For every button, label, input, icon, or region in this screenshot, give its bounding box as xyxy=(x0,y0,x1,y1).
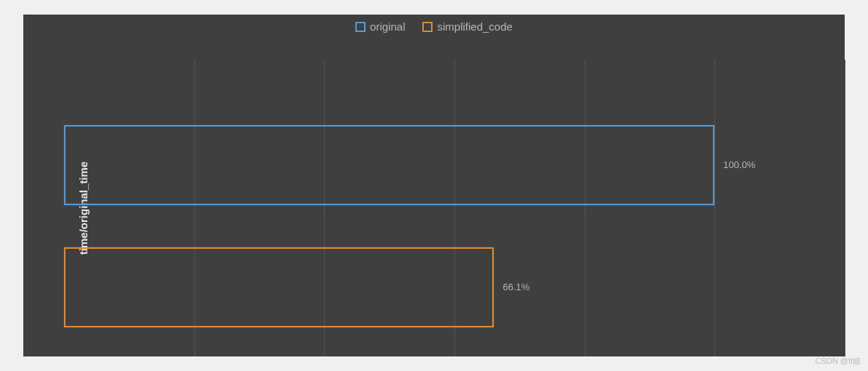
watermark: CSDN @tt姐 xyxy=(815,356,861,367)
legend-label-simplified: simplified_code xyxy=(437,20,512,33)
chart-container: original simplified_code time/original_t… xyxy=(23,15,845,356)
legend-label-original: original xyxy=(370,20,405,33)
data-label-simplified: 66.1% xyxy=(502,282,529,292)
bar-original xyxy=(64,125,714,205)
legend-swatch-original xyxy=(355,22,366,32)
plot-area: time/original_time 100.0% 66.1% xyxy=(64,60,845,356)
legend-item-simplified[interactable]: simplified_code xyxy=(422,20,512,33)
legend-swatch-simplified xyxy=(422,22,433,32)
gridline xyxy=(714,60,715,356)
bar-simplified xyxy=(64,247,494,327)
chart-legend: original simplified_code xyxy=(23,20,845,33)
data-label-original: 100.0% xyxy=(723,159,755,170)
gridline xyxy=(585,60,585,356)
legend-item-original[interactable]: original xyxy=(355,20,405,33)
gridline xyxy=(845,60,845,356)
